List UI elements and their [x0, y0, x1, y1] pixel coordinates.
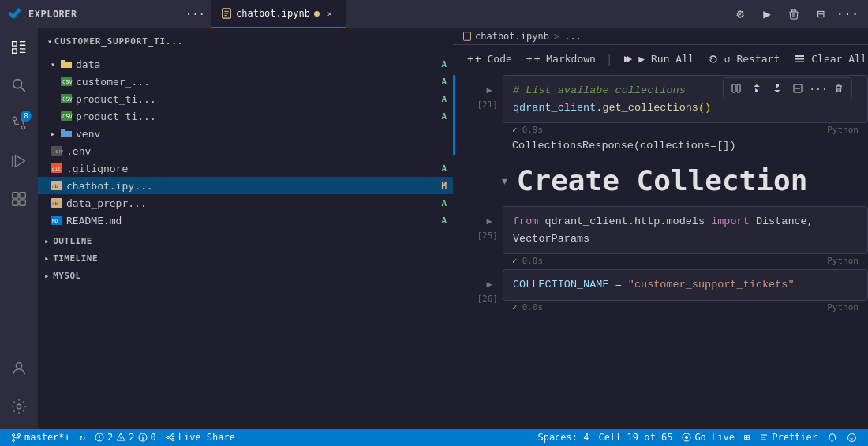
- bell-icon: [827, 433, 837, 443]
- extensions-status[interactable]: ⊞: [739, 429, 754, 446]
- go-live-btn[interactable]: Go Live: [677, 429, 739, 446]
- clear-outputs-btn[interactable]: Clear All Outputs: [788, 50, 868, 68]
- cell-25-gutter: ▶ [25]: [455, 206, 503, 268]
- svg-rect-31: [795, 55, 804, 57]
- run-btn[interactable]: ▶: [758, 5, 776, 24]
- svg-rect-37: [737, 84, 740, 92]
- section-chevron[interactable]: ▾: [500, 172, 509, 189]
- svg-point-56: [848, 433, 856, 441]
- activity-settings[interactable]: [3, 391, 35, 422]
- svg-text:git: git: [52, 166, 61, 172]
- live-share-btn[interactable]: Live Share: [161, 429, 240, 446]
- activity-account[interactable]: [3, 353, 35, 384]
- activity-search[interactable]: [3, 69, 35, 101]
- spaces-btn[interactable]: Spaces: 4: [533, 429, 593, 446]
- vscode-logo: [6, 6, 24, 23]
- bell-btn[interactable]: [822, 429, 842, 446]
- explorer-more-btn[interactable]: ···: [185, 8, 211, 21]
- mysql-section[interactable]: ▸ MYSQL: [38, 267, 453, 284]
- file-data-prepr[interactable]: nb data_prepr... A: [38, 194, 453, 212]
- file-readme[interactable]: MD README.md A: [38, 212, 453, 229]
- svg-point-6: [21, 126, 25, 129]
- svg-point-50: [142, 435, 143, 436]
- live-share-icon: [166, 433, 175, 442]
- debug-btn[interactable]: [784, 5, 803, 24]
- restart-icon: [709, 54, 718, 64]
- activity-run[interactable]: [3, 145, 35, 177]
- svg-rect-10: [13, 200, 18, 205]
- feedback-btn[interactable]: [842, 429, 862, 446]
- svg-point-58: [853, 436, 854, 437]
- tab-close-btn[interactable]: ×: [324, 7, 336, 20]
- sync-btn[interactable]: ↻: [75, 429, 90, 446]
- svg-rect-33: [795, 61, 804, 62]
- run-all-btn[interactable]: ▶ Run All: [616, 50, 700, 68]
- file-customer[interactable]: CSV customer_... A: [38, 73, 453, 90]
- explorer-title: EXPLORER: [28, 9, 77, 20]
- add-markdown-btn[interactable]: + + Markdown: [520, 50, 602, 68]
- svg-rect-32: [795, 58, 804, 60]
- svg-point-12: [16, 363, 21, 369]
- cell-25-run[interactable]: ▶: [481, 212, 498, 230]
- folder-venv[interactable]: ▸ venv: [38, 125, 453, 142]
- activity-source-control[interactable]: 8: [3, 107, 35, 139]
- cell-26-number: [26]: [477, 294, 499, 303]
- svg-point-41: [13, 439, 15, 441]
- tab-label: chatbot.ipynb: [236, 8, 310, 19]
- settings-btn[interactable]: ⚙: [731, 5, 750, 24]
- tab-modified-dot: [314, 11, 320, 17]
- outline-section[interactable]: ▸ OUTLINE: [38, 232, 453, 249]
- tab-chatbot[interactable]: chatbot.ipynb ×: [211, 0, 346, 28]
- timeline-section[interactable]: ▸ TIMELINE: [38, 249, 453, 267]
- git-branch[interactable]: master*+: [6, 429, 75, 446]
- cell-26: ▶ [26] COLLECTION_NAME = "customer_suppo…: [453, 269, 868, 314]
- notebook-area: chatbot.ipynb > ... + + Code + + Markdow…: [453, 28, 868, 429]
- restart-btn[interactable]: ↺ Restart: [702, 50, 786, 68]
- file-env[interactable]: .env .env: [38, 142, 453, 159]
- cell-more-btn[interactable]: ···: [809, 80, 828, 97]
- folder-data[interactable]: ▾ data A: [38, 55, 453, 73]
- svg-rect-8: [13, 193, 18, 198]
- cell-25-body: from qdrant_client.http.models import Di…: [503, 206, 868, 268]
- cell-26-code[interactable]: COLLECTION_NAME = "customer_support_tick…: [503, 269, 868, 301]
- svg-text:nb: nb: [52, 201, 58, 206]
- warning-icon: [116, 433, 125, 442]
- cell-26-body: COLLECTION_NAME = "customer_support_tick…: [503, 269, 868, 314]
- file-product1[interactable]: CSV product_ti... A: [38, 90, 453, 107]
- notebook-icon2: nb: [51, 180, 63, 191]
- cell-21-run[interactable]: ▶: [481, 81, 498, 99]
- cell-26-status: ✓ 0.0s Python: [503, 301, 868, 314]
- csv-icon2: CSV: [60, 93, 73, 104]
- explorer-panel: ▾ CUSTOMER_SUPPORT_TI... ▾ data A CSV cu…: [38, 28, 453, 429]
- file-chatbot[interactable]: nb chatbot.ipy... M: [38, 177, 453, 194]
- tabs-area: chatbot.ipynb ×: [211, 0, 731, 28]
- cell-run-above-btn[interactable]: [747, 80, 766, 97]
- file-gitignore[interactable]: git .gitignore A: [38, 159, 453, 177]
- cell-26-gutter: ▶ [26]: [455, 269, 503, 314]
- notebook-toolbar: + + Code + + Markdown | ▶ Run All ↺ Rest…: [453, 45, 868, 73]
- gitignore-icon: git: [51, 163, 63, 174]
- activity-extensions[interactable]: [3, 183, 35, 215]
- cell-26-run[interactable]: ▶: [481, 275, 498, 293]
- explorer-header-bar: EXPLORER ···: [6, 6, 211, 23]
- cell-info[interactable]: Cell 19 of 65: [593, 429, 677, 446]
- errors-status[interactable]: 2 2 0: [90, 429, 161, 446]
- cell-delete-btn[interactable]: [829, 80, 848, 97]
- code-line-2: qdrant_client.get_collections(): [513, 99, 858, 117]
- split-btn[interactable]: ⊟: [811, 5, 830, 24]
- cell-25: ▶ [25] from qdrant_client.http.models im…: [453, 206, 868, 268]
- svg-text:CSV: CSV: [62, 114, 73, 120]
- workspace-chevron: ▾: [47, 37, 53, 46]
- cell-run-below-btn[interactable]: [768, 80, 787, 97]
- file-product2[interactable]: CSV product_ti... A: [38, 107, 453, 125]
- cell-25-code[interactable]: from qdrant_client.http.models import Di…: [503, 206, 868, 254]
- activity-explorer[interactable]: [3, 32, 35, 63]
- svg-point-13: [17, 404, 21, 409]
- clear-icon: [794, 54, 805, 65]
- add-code-btn[interactable]: + + Code: [461, 50, 518, 68]
- cell-split-btn[interactable]: [727, 80, 746, 97]
- cell-collapse-btn[interactable]: [788, 80, 807, 97]
- more-btn[interactable]: ···: [838, 5, 857, 24]
- workspace-title: ▾ CUSTOMER_SUPPORT_TI...: [38, 28, 453, 55]
- prettier-btn[interactable]: Prettier: [754, 429, 822, 446]
